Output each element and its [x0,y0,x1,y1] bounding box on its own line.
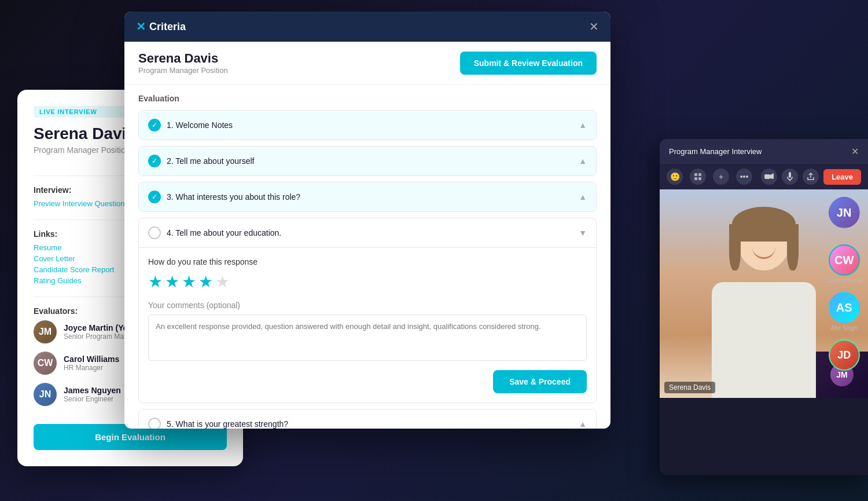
james-avatar: JN [829,197,860,228]
check-icon-3: ✓ [148,191,161,203]
submit-review-button[interactable]: Submit & Review Evaluation [460,52,597,75]
question-row-2: ✓ 2. Tell me about yourself ▲ [138,146,597,176]
question-header-4[interactable]: 4. Tell me about your education. ▼ [139,218,596,247]
star-5[interactable]: ★ [215,272,230,291]
camera-icon[interactable] [761,169,777,185]
empty-circle-5 [148,418,161,429]
chevron-up-1: ▲ [579,120,587,130]
question-row-3: ✓ 3. What interests you about this role?… [138,182,597,212]
criteria-name: Criteria [149,21,186,33]
question-text-2: 2. Tell me about yourself [167,156,255,166]
criteria-x-icon: ✕ [136,20,146,34]
star-3[interactable]: ★ [182,272,196,291]
evaluation-modal: ✕ Criteria ✕ Serena Davis Program Manage… [124,12,610,429]
check-icon-2: ✓ [148,155,161,167]
question-text-3: 3. What interests you about this role? [167,192,300,202]
save-proceed-button[interactable]: Save & Proceed [493,370,587,393]
question-header-5[interactable]: 5. What is your greatest strength? ▲ [139,409,596,429]
main-video-label: Serena Davis [664,382,715,393]
question-body-4: How do you rate this response ★ ★ ★ ★ ★ … [139,247,596,403]
evaluator-2-avatar: CW [34,352,57,375]
evaluator-1-avatar: JM [34,320,57,343]
modal-close-button[interactable]: ✕ [589,20,599,34]
leave-button[interactable]: Leave [823,169,861,185]
right-participants: JN James Nguyen CW Carol Williams AS Abe… [825,197,863,371]
svg-rect-4 [764,174,770,179]
grid-icon[interactable] [690,169,706,185]
svg-rect-1 [698,173,701,176]
evaluator-3-role: Senior Engineer [64,395,121,403]
video-header: Program Manager Interview ✕ [660,139,868,164]
evaluator-2-name: Carol Williams [64,354,119,364]
share-icon[interactable] [803,169,819,185]
star-4[interactable]: ★ [198,272,213,291]
question-text-5: 5. What is your greatest strength? [167,419,288,429]
rating-label: How do you rate this response [148,257,587,266]
abe-name: Abe Singh [831,325,858,331]
chevron-up-2: ▲ [579,156,587,166]
question-header-3[interactable]: ✓ 3. What interests you about this role?… [139,182,596,211]
modal-header: ✕ Criteria ✕ [124,12,610,42]
4th-avatar: JD [829,339,860,371]
chevron-up-5: ▲ [579,419,587,429]
participant-4th: JD [825,339,863,371]
participant-abe: AS Abe Singh [825,292,863,331]
comments-label: Your comments (optional) [148,301,587,310]
carol-avatar: CW [829,244,860,276]
question-header-1[interactable]: ✓ 1. Welcome Notes ▲ [139,111,596,140]
abe-avatar: AS [829,292,860,323]
mic-icon[interactable] [782,169,798,185]
evaluator-3-avatar: JN [34,383,57,406]
video-title: Program Manager Interview [669,147,762,156]
participant-carol: CW Carol Williams [825,244,863,284]
emoji-icon[interactable]: 🙂 [667,169,683,185]
evaluation-section-title: Evaluation [138,94,597,103]
star-rating[interactable]: ★ ★ ★ ★ ★ [148,272,587,291]
chevron-up-3: ▲ [579,192,587,202]
question-header-2[interactable]: ✓ 2. Tell me about yourself ▲ [139,147,596,175]
chevron-down-4: ▼ [579,228,587,237]
question-row-1: ✓ 1. Welcome Notes ▲ [138,110,597,140]
evaluator-2-role: HR Manager [64,364,119,372]
svg-marker-5 [770,173,774,179]
check-icon-1: ✓ [148,119,161,131]
video-close-button[interactable]: ✕ [851,146,859,157]
modal-candidate-position: Program Manager Position [138,66,228,75]
james-name: James Nguyen [825,230,863,236]
question-left-4: 4. Tell me about your education. [148,226,281,239]
question-text-4: 4. Tell me about your education. [167,228,281,237]
question-row-5: 5. What is your greatest strength? ▲ [138,409,597,429]
participant-james: JN James Nguyen [825,197,863,236]
video-panel: Program Manager Interview ✕ 🙂 + ••• [660,139,868,475]
question-row-4: 4. Tell me about your education. ▼ How d… [138,218,597,403]
svg-rect-0 [694,173,697,176]
modal-candidate-name: Serena Davis [138,51,228,66]
save-btn-row: Save & Proceed [148,370,587,393]
more-icon[interactable]: ••• [736,169,752,185]
svg-rect-3 [698,177,701,180]
video-toolbar: 🙂 + ••• [660,164,868,189]
evaluator-3-name: James Nguyen [64,386,121,395]
comments-textarea[interactable] [148,315,587,361]
modal-subheader: Serena Davis Program Manager Position Su… [124,42,610,85]
add-icon[interactable]: + [713,169,729,185]
star-2[interactable]: ★ [165,272,179,291]
question-left-1: ✓ 1. Welcome Notes [148,119,233,131]
carol-name: Carol Williams [826,277,863,284]
question-left-2: ✓ 2. Tell me about yourself [148,155,255,167]
criteria-logo: ✕ Criteria [136,20,186,34]
question-left-3: ✓ 3. What interests you about this role? [148,191,300,203]
svg-rect-2 [694,177,697,180]
star-1[interactable]: ★ [148,272,163,291]
question-text-1: 1. Welcome Notes [167,120,233,130]
question-left-5: 5. What is your greatest strength? [148,418,288,429]
modal-body: Evaluation ✓ 1. Welcome Notes ▲ ✓ 2. Tel… [124,85,610,429]
candidate-info: Serena Davis Program Manager Position [138,51,228,75]
empty-circle-4 [148,226,161,239]
svg-rect-6 [789,172,791,178]
